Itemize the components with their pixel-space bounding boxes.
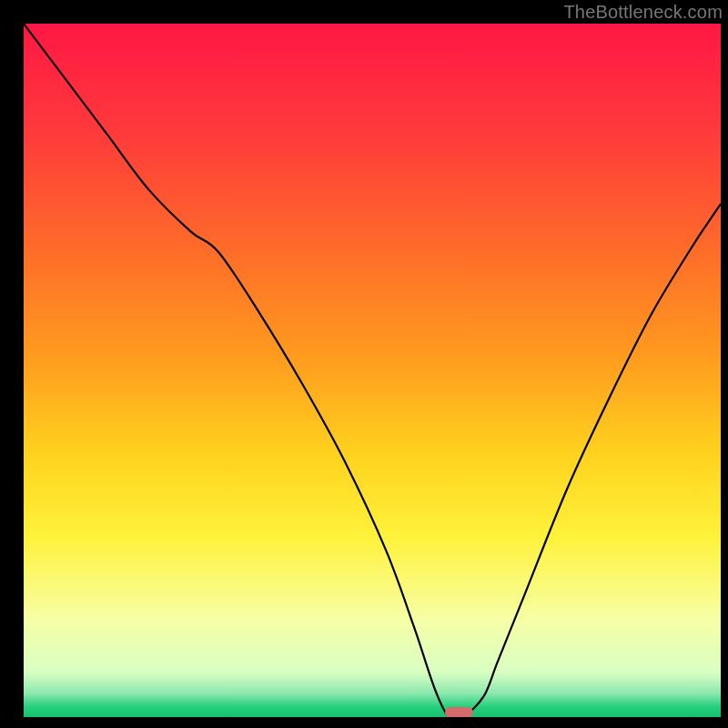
watermark-text: TheBottleneck.com xyxy=(563,2,723,23)
chart-svg xyxy=(24,24,721,717)
gradient-background xyxy=(24,24,721,717)
optimal-range-marker xyxy=(445,707,473,717)
chart-frame: TheBottleneck.com xyxy=(0,0,728,728)
plot-area xyxy=(24,24,721,717)
